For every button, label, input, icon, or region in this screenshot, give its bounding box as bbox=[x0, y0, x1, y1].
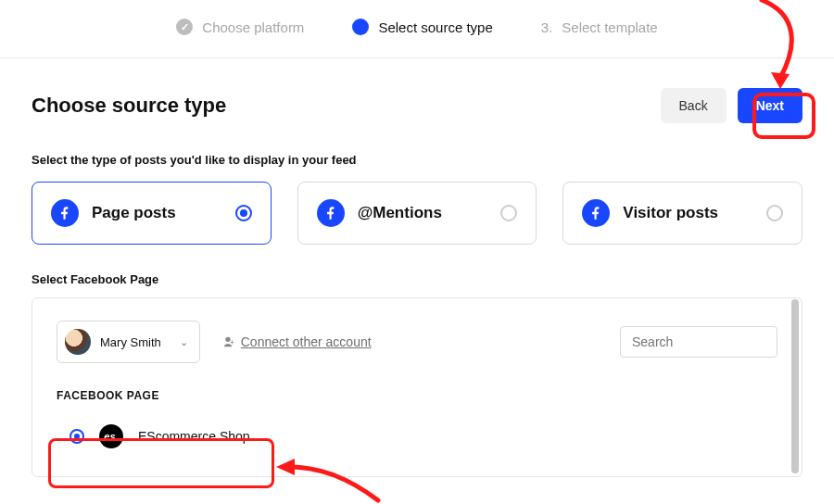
facebook-page-panel-wrapper: Mary Smith ⌄ Connect other account FACEB… bbox=[0, 297, 834, 477]
step-select-source-type[interactable]: Select source type bbox=[352, 19, 492, 35]
page-name: EScommerce Shop bbox=[138, 429, 250, 444]
facebook-icon bbox=[317, 199, 345, 227]
step-label: Select template bbox=[562, 19, 657, 35]
add-user-icon bbox=[221, 334, 235, 349]
radio-icon bbox=[70, 429, 84, 444]
source-type-options: Page posts @Mentions Visitor posts bbox=[0, 182, 834, 245]
page-header: Choose source type Back Next bbox=[0, 58, 834, 123]
check-icon bbox=[176, 19, 193, 35]
option-label: Page posts bbox=[92, 204, 222, 222]
step-label: Select source type bbox=[378, 19, 492, 35]
avatar bbox=[65, 329, 91, 355]
facebook-page-panel: Mary Smith ⌄ Connect other account FACEB… bbox=[32, 297, 802, 477]
search-box[interactable] bbox=[620, 326, 777, 358]
step-label: Choose platform bbox=[202, 19, 304, 35]
step-number: 3. bbox=[541, 19, 553, 35]
panel-top-row: Mary Smith ⌄ Connect other account bbox=[57, 321, 777, 363]
step-select-template: 3. Select template bbox=[541, 19, 658, 35]
search-input[interactable] bbox=[632, 334, 794, 349]
dot-icon bbox=[352, 19, 369, 35]
prompt-select-post-type: Select the type of posts you'd like to d… bbox=[0, 123, 834, 182]
page-title: Choose source type bbox=[32, 94, 226, 118]
radio-icon bbox=[500, 205, 517, 221]
prompt-select-facebook-page: Select Facebook Page bbox=[0, 245, 834, 297]
facebook-page-row[interactable]: es. EScommerce Shop bbox=[57, 415, 279, 458]
radio-icon bbox=[766, 205, 783, 221]
page-logo: es. bbox=[99, 424, 123, 448]
chevron-down-icon: ⌄ bbox=[180, 336, 188, 348]
account-dropdown[interactable]: Mary Smith ⌄ bbox=[57, 321, 200, 363]
option-label: Visitor posts bbox=[623, 204, 753, 222]
connect-other-account[interactable]: Connect other account bbox=[221, 334, 372, 349]
connect-label: Connect other account bbox=[241, 334, 372, 349]
scrollbar-thumb[interactable] bbox=[791, 299, 799, 473]
facebook-page-section-label: FACEBOOK PAGE bbox=[57, 389, 777, 402]
next-button[interactable]: Next bbox=[738, 88, 802, 123]
option-page-posts[interactable]: Page posts bbox=[32, 182, 272, 245]
account-name: Mary Smith bbox=[100, 335, 161, 349]
facebook-icon bbox=[51, 199, 79, 227]
facebook-icon bbox=[582, 199, 610, 227]
option-label: @Mentions bbox=[358, 204, 488, 222]
radio-icon bbox=[235, 205, 252, 221]
step-choose-platform[interactable]: Choose platform bbox=[176, 19, 304, 35]
option-mentions[interactable]: @Mentions bbox=[297, 182, 537, 245]
stepper: Choose platform Select source type 3. Se… bbox=[0, 0, 834, 58]
header-actions: Back Next bbox=[661, 88, 802, 123]
option-visitor-posts[interactable]: Visitor posts bbox=[562, 182, 802, 245]
back-button[interactable]: Back bbox=[661, 88, 727, 123]
